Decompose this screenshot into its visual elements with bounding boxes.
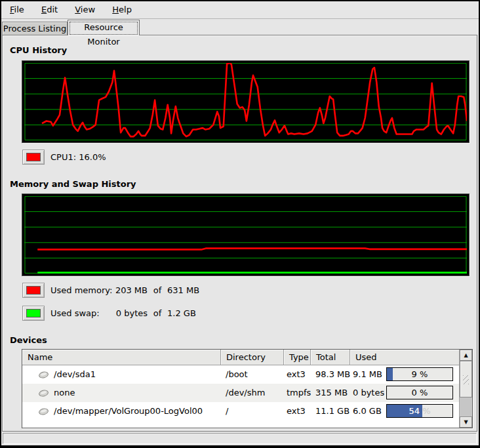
scroll-up-button[interactable]: ▲	[460, 350, 472, 361]
used-memory-color-button[interactable]	[22, 283, 45, 298]
used-swap-total: 1.2 GB	[167, 306, 196, 321]
scrollbar-grip	[463, 375, 469, 384]
progress-label-overlay: 54 %	[387, 405, 422, 417]
device-type: ext3	[284, 402, 311, 420]
progress-label: 9 %	[387, 368, 452, 380]
cpu1-color-button[interactable]	[22, 150, 45, 165]
device-name: /dev/mapper/VolGroup00-LogVol00	[54, 402, 203, 420]
column-header-used[interactable]: Used	[350, 350, 459, 365]
progress-label: 0 %	[387, 386, 452, 399]
app-window: File Edit View Help Process Listing Reso…	[0, 0, 480, 448]
memory-swap-chart	[24, 196, 467, 274]
used-swap-value: 0 bytes	[113, 306, 148, 321]
device-type: tmpfs	[284, 384, 311, 402]
scroll-down-button[interactable]: ▼	[460, 417, 472, 428]
progress-label-overlay-clip: 9 %	[387, 368, 393, 380]
menu-view[interactable]: View	[68, 1, 102, 18]
drive-icon	[38, 371, 49, 379]
used-memory-total: 631 MB	[167, 283, 199, 298]
progress-label-overlay-clip: 54 %	[387, 405, 422, 417]
devices-title: Devices	[10, 335, 47, 345]
device-used: 9.1 MB	[353, 369, 382, 379]
menu-file[interactable]: File	[3, 1, 31, 18]
device-total: 11.1 GB	[311, 402, 350, 420]
used-swap-label: Used swap:	[50, 306, 113, 321]
device-used-progressbar: 0 % 0 %	[386, 386, 453, 399]
device-name: /dev/sda1	[54, 365, 96, 384]
device-used-progressbar: 54 % 54 %	[386, 404, 453, 418]
device-type: ext3	[284, 365, 311, 384]
scrollbar-thumb[interactable]	[460, 361, 472, 397]
column-header-total[interactable]: Total	[311, 350, 350, 365]
used-swap-legend: Used swap: 0 bytes of 1.2 GB	[50, 306, 196, 321]
used-memory-legend: Used memory: 203 MB of 631 MB	[50, 283, 199, 298]
used-memory-label: Used memory:	[50, 283, 113, 298]
progress-label-overlay: 9 %	[387, 368, 393, 380]
menubar: File Edit View Help	[1, 1, 479, 19]
resource-monitor-page: CPU History CPU1: 16.0% Memory and Swap …	[2, 35, 477, 432]
menu-edit[interactable]: Edit	[34, 1, 65, 18]
drive-icon	[38, 389, 49, 397]
device-used: 6.0 GB	[353, 406, 382, 416]
tab-resource-monitor[interactable]: Resource Monitor	[68, 20, 140, 35]
column-header-type[interactable]: Type	[284, 350, 311, 365]
device-total: 98.3 MB	[311, 365, 350, 384]
used-memory-of: of	[148, 283, 167, 298]
device-used: 0 bytes	[353, 388, 384, 397]
memory-swap-graph	[22, 193, 470, 276]
cpu-history-graph	[22, 60, 470, 143]
column-header-name[interactable]: Name	[22, 350, 221, 365]
cpu-history-title: CPU History	[10, 45, 67, 55]
device-name: none	[54, 384, 75, 402]
statusbar	[3, 433, 477, 444]
devices-table: Name Directory Type Total Used /dev/sda1…	[22, 349, 473, 428]
tab-process-listing[interactable]: Process Listing	[2, 22, 68, 35]
used-swap-color-chip	[26, 309, 41, 317]
table-row-volgroup[interactable]: /dev/mapper/VolGroup00-LogVol00 / ext3 1…	[22, 402, 459, 420]
column-header-directory[interactable]: Directory	[221, 350, 284, 365]
used-memory-value: 203 MB	[113, 283, 148, 298]
used-swap-color-button[interactable]	[22, 306, 45, 321]
device-used-progressbar: 9 % 9 %	[386, 367, 453, 381]
cpu1-color-chip	[26, 153, 41, 161]
cpu1-legend-label: CPU1: 16.0%	[50, 150, 106, 165]
table-row-dev-sda1[interactable]: /dev/sda1 /boot ext3 98.3 MB 9.1 MB 9 % …	[22, 365, 459, 384]
used-swap-of: of	[148, 306, 167, 321]
menu-help[interactable]: Help	[105, 1, 139, 18]
table-row-none[interactable]: none /dev/shm tmpfs 315 MB 0 bytes 0 % 0…	[22, 384, 459, 402]
device-directory: /boot	[221, 365, 284, 384]
device-total: 315 MB	[311, 384, 350, 402]
cpu-history-chart	[24, 63, 467, 140]
device-directory: /	[221, 402, 284, 420]
devices-table-body: /dev/sda1 /boot ext3 98.3 MB 9.1 MB 9 % …	[22, 365, 459, 420]
vertical-scrollbar[interactable]: ▲ ▼	[459, 350, 472, 428]
device-directory: /dev/shm	[221, 384, 284, 402]
devices-table-header: Name Directory Type Total Used	[22, 350, 459, 365]
memory-swap-title: Memory and Swap History	[10, 179, 136, 189]
used-memory-color-chip	[26, 286, 41, 295]
drive-icon	[38, 407, 49, 416]
